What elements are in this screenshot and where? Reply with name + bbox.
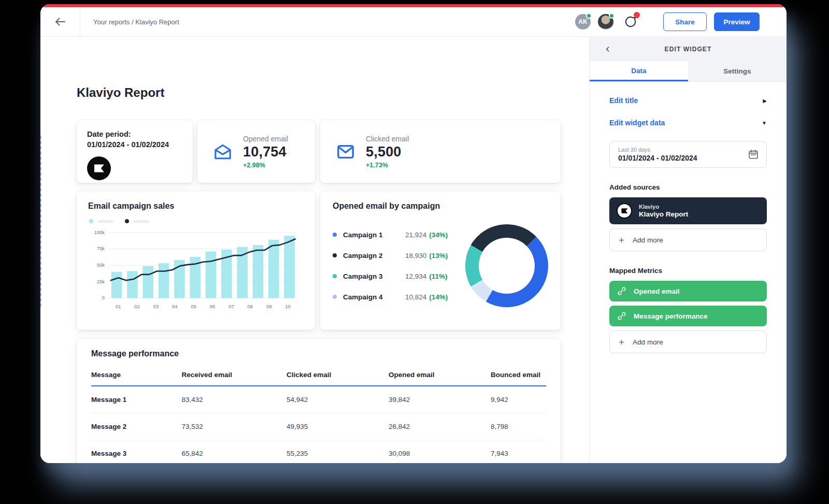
back-button[interactable] [40,7,80,36]
date-range-picker[interactable]: Last 30 days 01/01/2024 - 01/02/2024 [609,141,767,168]
campaign-legend-item: Campaign 3 12,934 (11%) [333,272,449,280]
edit-widget-panel: EDIT WIDGET Data Settings Edit title ▶ E… [589,37,787,463]
plus-icon: + [619,337,624,347]
kpi-delta: +2.98% [243,162,288,169]
campaign-value: 21,924 [405,231,426,239]
legend-series-line [125,219,149,223]
campaign-dot [333,295,337,299]
svg-text:03: 03 [153,304,159,309]
cell-message: Message 1 [91,396,181,404]
klaviyo-logo-icon [87,156,111,180]
svg-text:07: 07 [228,304,234,309]
topbar-actions: AK Share Preview [568,12,787,31]
edit-widget-data-row[interactable]: Edit widget data ▼ [609,119,767,127]
campaign-name: Campaign 1 [343,231,405,239]
chevron-left-icon [604,45,612,53]
svg-text:0: 0 [102,295,105,300]
svg-text:75k: 75k [97,246,105,251]
share-button[interactable]: Share [663,12,707,31]
collapse-panel-button[interactable] [602,44,613,55]
notification-dot [634,12,640,18]
preview-button[interactable]: Preview [714,12,760,31]
message-performance-widget[interactable]: Message performance Message Received ema… [77,339,561,463]
mapped-metrics-label: Mapped Metrics [609,267,767,275]
edit-title-row[interactable]: Edit title ▶ [609,96,767,105]
metric-opened-email-chip[interactable]: Opened email [609,281,767,301]
svg-text:25k: 25k [97,279,105,284]
clicked-email-icon [336,143,355,161]
table-header-row: Message Received email Clicked email Ope… [91,371,546,386]
message-performance-table: Message Received email Clicked email Ope… [91,371,546,463]
added-sources-label: Added sources [609,183,767,191]
donut-hole [479,238,535,294]
column-header: Clicked email [287,371,389,379]
report-title: Klaviyo Report [77,85,164,100]
kpi-value: 10,754 [243,144,288,160]
online-status-dot [586,13,592,19]
tab-settings[interactable]: Settings [688,61,787,81]
breadcrumb: Your reports / Klaviyo Report [93,18,179,26]
cell-opened: 39,842 [389,396,491,404]
add-more-label: Add more [633,236,663,244]
campaign-value: 10,824 [405,293,426,301]
kpi-clicked-email-widget[interactable]: Clicked email 5,500 +1.73% [320,120,561,183]
campaign-name: Campaign 3 [343,272,405,280]
svg-text:02: 02 [134,304,139,309]
table-title: Message performance [91,349,546,358]
email-campaign-sales-widget[interactable]: Email campaign sales 100k75k50k25k001020… [77,191,315,330]
link-icon [617,311,627,321]
chevron-right-icon: ▶ [763,98,767,104]
cell-opened: 30,098 [389,450,491,457]
svg-text:01: 01 [116,304,121,309]
legend-dot-line [125,219,129,223]
campaign-legend-item: Campaign 4 10,824 (14%) [333,293,449,301]
opened-email-by-campaign-widget[interactable]: Opened email by campaign Campaign 1 21,9… [320,191,561,330]
chat-button[interactable] [622,13,639,31]
metric-label: Opened email [634,287,680,295]
column-header: Received email [181,371,287,379]
avatar-initials-text: AK [578,18,587,25]
edit-title-link: Edit title [609,96,638,105]
svg-text:08: 08 [248,304,253,309]
campaign-legend-item: Campaign 1 21,924 (34%) [333,231,449,239]
column-header: Message [91,371,181,379]
campaign-pct: (14%) [429,293,448,301]
svg-text:10: 10 [285,304,290,309]
campaign-value: 18,930 [405,252,426,260]
campaign-legend: Campaign 1 21,924 (34%) Campaign 2 18,93… [333,231,449,301]
legend-placeholder-label [98,220,113,223]
column-header: Opened email [389,371,491,379]
kpi-delta: +1.73% [366,162,409,169]
donut-chart [465,224,548,307]
svg-text:06: 06 [210,304,215,309]
cell-clicked: 49,935 [287,423,389,430]
date-period-widget[interactable]: Date period: 01/01/2024 - 01/02/2024 [77,120,193,183]
campaign-value: 12,934 [405,272,426,280]
klaviyo-logo-icon [617,203,632,219]
campaign-name: Campaign 2 [343,252,405,260]
back-arrow-icon [54,16,66,28]
panel-header: EDIT WIDGET [590,37,787,61]
table-row: Message 2 73,532 49,935 26,842 8,798 [91,413,546,440]
avatar-photo[interactable] [598,14,613,30]
add-metric-button[interactable]: + Add more [609,330,767,353]
cell-bounced: 7,943 [491,450,546,457]
date-preset-label: Last 30 days [618,147,697,153]
avatar-initials[interactable]: AK [575,14,591,30]
kpi-opened-email-widget[interactable]: Opened email 10,754 +2.98% [197,120,315,183]
cell-opened: 26,842 [389,423,491,430]
bar-line-chart: 100k75k50k25k001020304050607080910 [88,226,304,315]
campaign-pct: (13%) [429,252,448,260]
metric-message-performance-chip[interactable]: Message performance [609,306,767,326]
link-icon [617,286,627,296]
tab-data[interactable]: Data [590,61,688,81]
opened-email-icon [213,143,233,161]
svg-text:09: 09 [266,304,271,309]
cell-clicked: 55,235 [287,450,389,457]
source-klaviyo-card[interactable]: Klaviyo Klaviyo Report [609,197,767,224]
chart-title: Opened email by campaign [333,201,548,211]
topbar: Your reports / Klaviyo Report AK Share P… [40,7,787,37]
add-source-button[interactable]: + Add more [609,228,767,251]
chevron-down-icon: ▼ [762,120,767,126]
cell-received: 73,532 [181,423,287,430]
